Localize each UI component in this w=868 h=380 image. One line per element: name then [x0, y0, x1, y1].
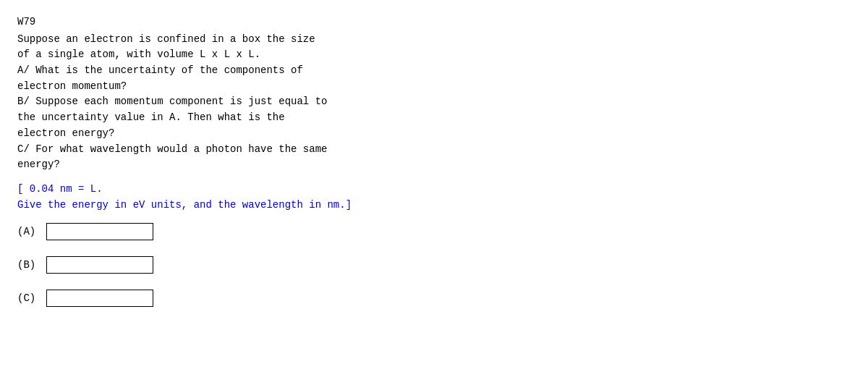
answer-label-c: (C) [17, 292, 41, 304]
answer-input-c[interactable] [46, 290, 153, 307]
hint-block: [ 0.04 nm = L. Give the energy in eV uni… [17, 182, 851, 213]
answers-block: (A) (B) (C) [17, 223, 851, 307]
answer-label-a: (A) [17, 226, 41, 237]
question-id: W79 [17, 14, 851, 30]
hint-line2: Give the energy in eV units, and the wav… [17, 198, 851, 214]
answer-label-b: (B) [17, 259, 41, 271]
page-container: W79 Suppose an electron is confined in a… [0, 0, 868, 380]
question-text: Suppose an electron is confined in a box… [17, 32, 851, 173]
answer-row-a: (A) [17, 223, 851, 240]
answer-row-b: (B) [17, 256, 851, 274]
answer-input-b[interactable] [46, 256, 153, 274]
hint-line1: [ 0.04 nm = L. [17, 182, 851, 198]
answer-input-a[interactable] [46, 223, 153, 240]
answer-row-c: (C) [17, 290, 851, 307]
question-block: W79 Suppose an electron is confined in a… [17, 14, 851, 173]
